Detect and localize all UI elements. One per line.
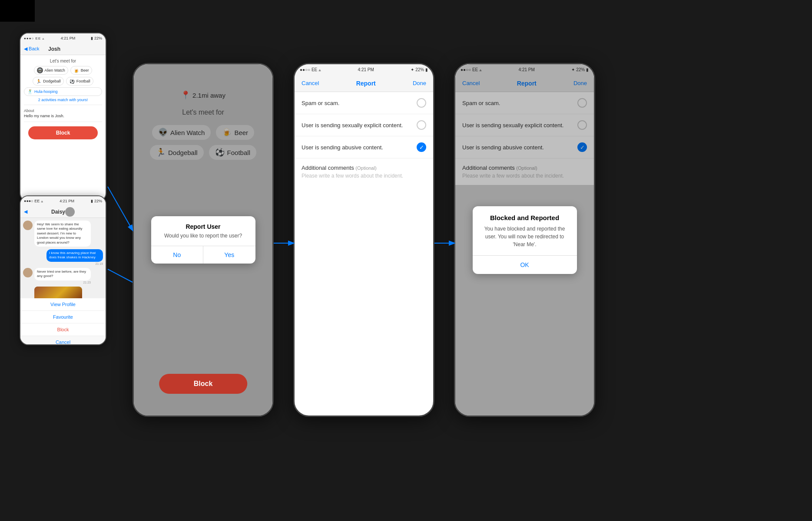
- nav-bar-1: ◀ Back Josh: [20, 43, 106, 55]
- dialog-buttons: No Yes: [151, 246, 255, 264]
- about-section: About Hello my name is Josh.: [24, 108, 102, 119]
- blocked-ok-button[interactable]: OK: [473, 255, 577, 274]
- blocked-dialog-title: Blocked and Reported: [473, 206, 577, 225]
- bubble-outgoing-1: I know this amazing place that does frea…: [46, 249, 103, 262]
- activity-beer[interactable]: 🍺 Beer: [70, 66, 92, 75]
- svg-line-0: [108, 187, 133, 230]
- report-nav-title: Report: [356, 80, 376, 87]
- message-incoming-2: Never tried one before, are they any goo…: [23, 268, 103, 284]
- status-bar-report: ●●○○ EE ⟁ 4:21 PM ✦ 22% ▮: [295, 64, 433, 75]
- time-report: 4:21 PM: [358, 67, 374, 72]
- additional-comments-section: Additional comments (Optional) Please wr…: [295, 158, 433, 185]
- blocked-background: ●●○○ EE ⟁ 4:21 PM ✦ 22% ▮ Cancel Report …: [455, 64, 594, 415]
- explicit-label: User is sending sexually explicit conten…: [302, 122, 403, 129]
- abusive-label: User is sending abusive content.: [302, 144, 383, 151]
- chat-image-inner: [34, 287, 82, 298]
- battery-2: ▮ 22%: [91, 199, 102, 203]
- top-bar: [0, 0, 35, 22]
- time-1: 4:21 PM: [61, 36, 76, 40]
- football-icon: ⚽: [69, 78, 75, 84]
- dialog-no-button[interactable]: No: [151, 246, 204, 264]
- dodgeball-label: Dodgeball: [43, 79, 61, 83]
- dodgeball-icon: 🏃: [36, 78, 42, 84]
- blocked-dialog-overlay: Blocked and Reported You have blocked an…: [455, 64, 594, 415]
- divider-1: [24, 105, 102, 105]
- dialog-title: Report User: [151, 216, 255, 233]
- bubble-incoming-1: Hey! We seem to share the same love for …: [34, 221, 91, 247]
- alien-label: Alien Watch: [44, 68, 65, 73]
- spam-label: Spam or scam.: [302, 100, 339, 106]
- avatar-daisy: [65, 207, 75, 217]
- action-view-profile[interactable]: View Profile: [20, 298, 106, 311]
- report-cancel-button[interactable]: Cancel: [302, 80, 319, 86]
- dialog-yes-button[interactable]: Yes: [203, 246, 255, 264]
- avatar-incoming-2: [23, 268, 33, 277]
- action-sheet: View Profile Favourite Block: [20, 298, 106, 336]
- back-button-1[interactable]: ◀ Back: [24, 46, 40, 52]
- time-outgoing-1: 21:19: [46, 262, 103, 265]
- report-option-spam[interactable]: Spam or scam.: [295, 92, 433, 114]
- status-bar-2: ●●●○ EE ⟁ 4:21 PM ▮ 22%: [20, 196, 106, 206]
- hula-icon: 🕺: [27, 89, 33, 95]
- signal-1: ●●●○ EE ⟁: [24, 36, 45, 40]
- report-done-button[interactable]: Done: [413, 80, 426, 86]
- battery-report: ✦ 22% ▮: [411, 67, 428, 72]
- blocked-dialog-message: You have blocked and reported the user. …: [473, 225, 577, 255]
- phone-blocked-flow: ●●○○ EE ⟁ 4:21 PM ✦ 22% ▮ Cancel Report …: [454, 63, 595, 417]
- blocked-and-reported-dialog: Blocked and Reported You have blocked an…: [473, 206, 577, 274]
- phone-report-flow: ●●○○ EE ⟁ 4:21 PM ✦ 22% ▮ Cancel Report …: [293, 63, 434, 417]
- signal-report: ●●○○ EE ⟁: [300, 67, 321, 72]
- activity-dodgeball[interactable]: 🏃 Dodgeball: [33, 77, 64, 86]
- activity-football[interactable]: ⚽ Football: [66, 77, 93, 86]
- main-block-button[interactable]: Block: [159, 374, 248, 394]
- main-content: 📍 2.1mi away Let's meet for 👽 Alien Watc…: [134, 64, 272, 415]
- report-option-explicit[interactable]: User is sending sexually explicit conten…: [295, 114, 433, 136]
- action-favourite[interactable]: Favourite: [20, 311, 106, 323]
- beer-label: Beer: [81, 68, 89, 73]
- action-block[interactable]: Block: [20, 323, 106, 336]
- profile-title: Josh: [48, 46, 60, 52]
- bubble-incoming-2: Never tried one before, are they any goo…: [34, 268, 91, 280]
- action-cancel[interactable]: Cancel: [20, 336, 106, 345]
- additional-label: Additional comments (Optional): [302, 165, 426, 171]
- message-outgoing-1: I know this amazing place that does frea…: [23, 249, 103, 265]
- message-incoming-1: Hey! We seem to share the same love for …: [23, 221, 103, 247]
- chat-image: [34, 287, 82, 298]
- divider-2: [24, 122, 102, 122]
- phone-main-flow: 📍 2.1mi away Let's meet for 👽 Alien Watc…: [133, 63, 274, 417]
- nav-bar-2: ◀ Daisy: [20, 206, 106, 218]
- time-2: 4:21 PM: [60, 199, 74, 203]
- chat-title: Daisy: [51, 209, 65, 215]
- abusive-radio[interactable]: ✓: [417, 142, 426, 152]
- chat-messages[interactable]: Hey! We seem to share the same love for …: [20, 218, 106, 298]
- profile-content: Let's meet for 👽 Alien Watch 🍺 Beer 🏃 Do…: [20, 55, 106, 143]
- meet-for-label: Let's meet for: [24, 59, 102, 63]
- report-option-abusive[interactable]: User is sending abusive content. ✓: [295, 136, 433, 158]
- back-button-2[interactable]: ◀: [24, 209, 27, 214]
- report-nav: Cancel Report Done: [295, 75, 433, 92]
- additional-label-text: Additional comments: [302, 165, 354, 171]
- battery-1: ▮ 22%: [91, 36, 102, 40]
- report-dialog-overlay: Report User Would you like to report the…: [134, 64, 272, 415]
- optional-text: (Optional): [355, 165, 376, 171]
- signal-2: ●●●○ EE ⟁: [24, 199, 43, 203]
- avatar-incoming: [23, 221, 33, 230]
- phone-profile: ●●●○ EE ⟁ 4:21 PM ▮ 22% ◀ Back Josh Let'…: [20, 33, 106, 202]
- about-text: Hello my name is Josh.: [24, 114, 102, 118]
- dialog-message: Would you like to report the user?: [151, 233, 255, 246]
- match-text: 2 activities match with yours!: [24, 98, 102, 102]
- additional-placeholder: Please write a few words about the incid…: [302, 173, 426, 179]
- activity-hula[interactable]: 🕺 Hula-hooping: [24, 87, 102, 96]
- activity-alien-watch[interactable]: 👽 Alien Watch: [34, 66, 68, 75]
- status-bar-1: ●●●○ EE ⟁ 4:21 PM ▮ 22%: [20, 33, 106, 43]
- explicit-radio[interactable]: [417, 120, 426, 130]
- svg-line-1: [108, 269, 133, 282]
- alien-icon: 👽: [37, 67, 43, 73]
- spam-radio[interactable]: [417, 98, 426, 108]
- report-dialog: Report User Would you like to report the…: [151, 216, 255, 264]
- block-button-profile[interactable]: Block: [28, 126, 98, 139]
- hula-label: Hula-hooping: [34, 89, 58, 94]
- football-label: Football: [76, 79, 90, 83]
- about-label: About: [24, 109, 102, 113]
- activities-grid: 👽 Alien Watch 🍺 Beer 🏃 Dodgeball ⚽ Footb…: [24, 66, 102, 86]
